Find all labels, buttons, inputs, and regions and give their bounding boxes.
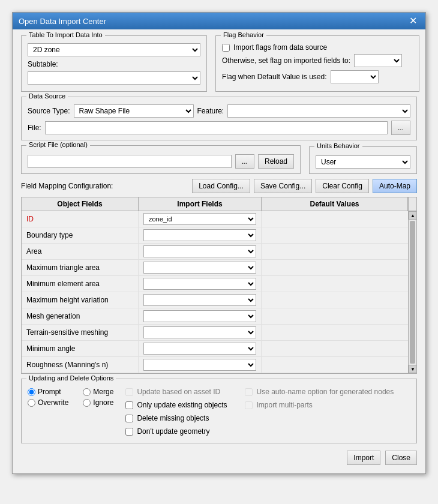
table-section-label: Table To Import Data Into [26,31,105,38]
import-field-select[interactable] [143,229,256,241]
default-value-cell [262,357,408,373]
object-field-cell: ID [22,211,139,227]
automap-button[interactable]: Auto-Map [373,179,417,193]
table-row: IDzone_id [22,211,408,227]
only-update-checkbox[interactable] [125,401,133,409]
import-field-select[interactable] [143,343,256,355]
col-object-fields: Object Fields [22,197,139,211]
bottom-buttons: Import Close [21,448,417,467]
table-select[interactable]: 2D zone [28,43,200,56]
file-browse-button[interactable]: ... [391,121,410,135]
import-field-cell[interactable] [139,244,262,259]
subtable-select[interactable] [28,71,200,85]
import-multi-checkbox [245,401,253,409]
radio-ignore: Ignore [83,398,113,407]
delete-missing-checkbox[interactable] [125,415,133,422]
right-col: Use auto-name option for generated nodes… [245,388,394,438]
table-row: Boundary type [22,227,408,244]
scroll-up-btn[interactable]: ▲ [409,211,417,220]
default-value-cell [262,292,408,308]
table-row: Maximum triangle area [22,260,408,276]
overwrite-radio[interactable] [28,399,35,407]
import-field-cell[interactable] [139,357,262,373]
import-field-select[interactable] [143,245,256,257]
import-field-select[interactable] [143,294,256,306]
auto-name-row: Use auto-name option for generated nodes [245,388,394,396]
feature-select[interactable] [227,104,410,118]
load-config-button[interactable]: Load Config... [192,179,250,193]
updating-label: Updating and Delete Options [26,374,116,382]
close-button[interactable]: ✕ [407,16,419,26]
import-button[interactable]: Import [347,451,380,465]
updating-section: Updating and Delete Options Prompt Overw… [21,379,417,443]
import-field-select[interactable] [143,310,256,322]
flag-behavior-section: Flag Behavior Import flags from data sou… [215,35,419,92]
scroll-thumb[interactable] [410,221,415,364]
object-field-cell: Maximum height variation [22,292,139,308]
merge-radio[interactable] [83,388,91,396]
object-field-cell: Minimum angle [22,341,139,356]
table-header: Object Fields Import Fields Default Valu… [22,197,416,211]
default-value-cell [262,244,408,259]
import-field-cell[interactable] [139,292,262,308]
flag-default-select[interactable] [331,70,379,83]
import-field-cell[interactable] [139,260,262,275]
only-update-label: Only update existing objects [137,401,227,409]
dont-update-checkbox[interactable] [125,428,133,436]
prompt-radio[interactable] [28,388,35,396]
field-map-header: Field Mapping Configuration: Load Config… [21,179,417,193]
field-map-label: Field Mapping Configuration: [21,182,113,190]
update-asset-row: Update based on asset ID [125,388,227,396]
import-field-select[interactable]: zone_id [143,213,256,225]
radio-col-2: Merge Ignore [83,388,113,438]
import-flags-label: Import flags from data source [233,43,327,52]
prompt-label: Prompt [38,388,61,396]
default-value-cell [262,341,408,356]
table-row: Terrain-sensitive meshing [22,325,408,341]
clear-config-button[interactable]: Clear Config [316,179,369,193]
import-field-select[interactable] [143,359,256,371]
import-field-cell[interactable] [139,341,262,356]
script-input[interactable] [28,155,232,168]
script-browse-button[interactable]: ... [235,154,254,169]
flag-section-label: Flag Behavior [221,31,266,38]
merge-label: Merge [93,388,113,396]
radio-prompt: Prompt [28,388,68,396]
otherwise-select[interactable] [354,54,402,67]
update-asset-label: Update based on asset ID [137,388,220,396]
dialog: Open Data Import Center ✕ Table To Impor… [12,12,426,474]
scroll-down-btn[interactable]: ▼ [409,365,417,373]
dialog-body: Table To Import Data Into 2D zone Subtab… [13,29,425,473]
source-type-select[interactable]: Raw Shape File CSV Excel Database [74,104,194,118]
default-value-cell [262,325,408,340]
script-units-row: Script File (optional) ... Reload Units … [21,145,417,174]
import-field-select[interactable] [143,278,256,290]
flag-default-label: Flag when Default Value is used: [222,73,327,81]
default-value-cell [262,260,408,275]
object-field-cell: Roughness (Manning's n) [22,357,139,373]
default-value-cell [262,211,408,227]
checkbox-col: Update based on asset ID Only update exi… [125,388,227,438]
import-multi-row: Import multi-parts [245,401,394,409]
import-field-cell[interactable] [139,227,262,243]
table-body: IDzone_idBoundary typeAreaMaximum triang… [22,211,408,373]
ignore-radio[interactable] [83,399,91,407]
import-field-cell[interactable] [139,276,262,292]
import-field-cell[interactable] [139,308,262,324]
radio-overwrite: Overwrite [28,398,68,407]
scrollbar[interactable]: ▲ ▼ [408,211,416,373]
file-input[interactable]: C:\Videos\OneLearn\Model Data\Cpl_1D_2D [45,121,388,134]
import-field-select[interactable] [143,262,256,274]
radio-merge: Merge [83,388,113,396]
reload-button[interactable]: Reload [258,154,294,169]
import-field-cell[interactable]: zone_id [139,211,262,227]
import-field-select[interactable] [143,326,256,338]
default-value-cell [262,227,408,243]
feature-label: Feature: [197,107,224,115]
import-field-cell[interactable] [139,325,262,340]
delete-missing-row: Delete missing objects [125,414,227,422]
units-select[interactable]: User Metric Imperial [316,155,410,169]
save-config-button[interactable]: Save Config... [254,179,312,193]
close-dialog-button[interactable]: Close [385,451,417,465]
import-flags-checkbox[interactable] [222,44,230,52]
